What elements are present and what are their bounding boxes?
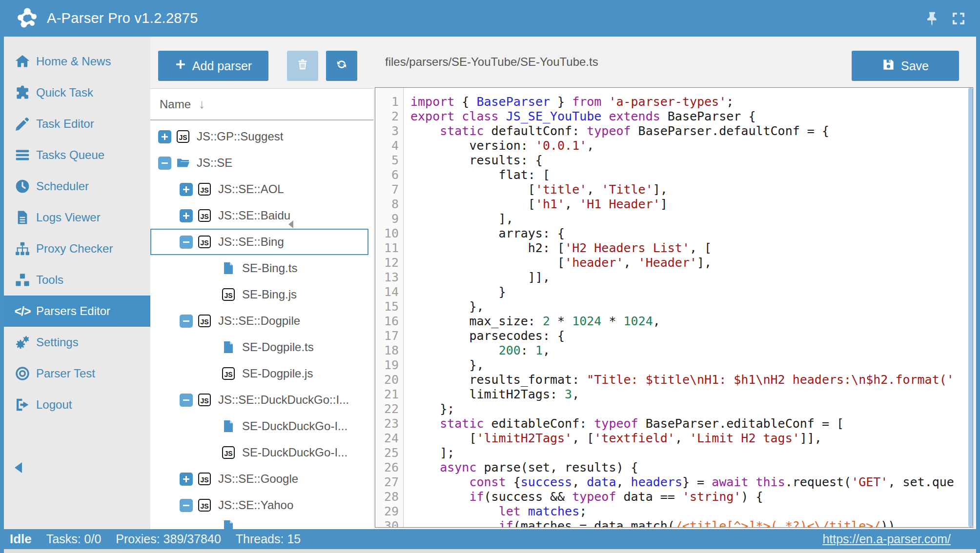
tree-item-label: SE-DuckDuckGo-I... — [242, 446, 347, 459]
line-number: 24 — [375, 431, 403, 446]
tree-row-se-duckduckgo-i[interactable]: SE-DuckDuckGo-I... — [150, 413, 373, 439]
expander-minus-icon[interactable] — [180, 394, 193, 407]
sidebar-item-parser-test[interactable]: Parser Test — [4, 358, 150, 389]
sidebar-item-label: Parser Test — [36, 367, 95, 380]
tree-row-js-se-aol[interactable]: JSJS::SE::AOL — [150, 176, 373, 202]
sidebar-item-parsers-editor[interactable]: </>Parsers Editor — [4, 296, 150, 327]
line-number: 25 — [375, 446, 403, 460]
clock-icon — [14, 178, 31, 195]
refresh-icon — [336, 59, 347, 73]
line-number: 1 — [375, 95, 403, 109]
line-number: 12 — [375, 256, 403, 270]
code-line: parsecodes: { — [410, 329, 973, 343]
status-proxies: Proxies: 389/37840 — [116, 532, 221, 546]
editor-scrollbar[interactable] — [968, 88, 973, 527]
sidebar-item-label: Scheduler — [36, 179, 89, 193]
code-line: version: '0.0.1', — [410, 138, 973, 153]
code-line: 200: 1, — [410, 343, 973, 358]
js-icon: JS — [222, 446, 235, 459]
tree-row-js-se-dogpile[interactable]: JSJS::SE::Dogpile — [150, 308, 373, 334]
expander-minus-icon[interactable] — [158, 157, 171, 170]
gears-icon — [14, 334, 31, 351]
code-line: results: { — [410, 153, 973, 168]
expander-minus-icon[interactable] — [180, 315, 193, 328]
code-line: ['limitH2Tags', ['textfield', 'Limit H2 … — [410, 431, 973, 446]
tree-row-js-se-duckduckgo-i[interactable]: JSJS::SE::DuckDuckGo::I... — [150, 387, 373, 413]
file-path: files/parsers/SE-YouTube/SE-YouTube.ts — [385, 37, 598, 87]
status-tasks: Tasks: 0/0 — [46, 532, 102, 546]
tree-item-label: JS::SE — [197, 156, 232, 170]
code-line: async parse(set, results) { — [410, 460, 973, 475]
tree-row-se-bing-js[interactable]: JSSE-Bing.js — [150, 281, 373, 308]
code-line: flat: [ — [410, 168, 973, 182]
sidebar-item-home-news[interactable]: Home & News — [4, 46, 150, 77]
refresh-button[interactable] — [326, 51, 357, 81]
website-link[interactable]: https://en.a-parser.com/ — [822, 532, 951, 546]
expander-minus-icon[interactable] — [180, 236, 193, 249]
tree-row-se-duckduckgo-i[interactable]: JSSE-DuckDuckGo-I... — [150, 439, 373, 466]
tree-item-label: JS::SE::AOL — [218, 182, 284, 196]
tree-item-label: JS::SE::Bing — [218, 235, 284, 249]
save-icon — [882, 58, 895, 74]
sidebar-item-quick-task[interactable]: Quick Task — [4, 77, 150, 108]
tree-row-js-se-bing[interactable]: JSJS::SE::Bing — [150, 229, 373, 255]
code-line: ], — [410, 212, 973, 226]
line-number: 22 — [375, 402, 403, 416]
home-icon — [14, 53, 31, 70]
expander-plus-icon[interactable] — [180, 473, 193, 486]
line-number: 6 — [375, 168, 403, 182]
panel-collapse-icon[interactable] — [288, 220, 293, 228]
tree-row-se-dogpile-ts[interactable]: SE-Dogpile.ts — [150, 334, 373, 360]
sidebar-item-tasks-queue[interactable]: Tasks Queue — [4, 139, 150, 171]
add-parser-button[interactable]: Add parser — [158, 51, 268, 81]
expander-plus-icon[interactable] — [158, 130, 171, 143]
sidebar-item-label: Tools — [36, 273, 63, 287]
code-line: ]; — [410, 446, 973, 460]
sidebar-item-tools[interactable]: Tools — [4, 264, 150, 296]
code-text-area[interactable]: import { BaseParser } from 'a-parser-typ… — [404, 88, 973, 527]
delete-parser-button[interactable] — [287, 51, 318, 81]
tree-row-js-se[interactable]: JS::SE — [150, 150, 373, 176]
tree-row-item[interactable] — [150, 518, 373, 529]
tree-row-se-bing-ts[interactable]: SE-Bing.ts — [150, 255, 373, 281]
sidebar-item-settings[interactable]: Settings — [4, 327, 150, 358]
add-parser-label: Add parser — [192, 59, 252, 73]
expander-minus-icon[interactable] — [180, 499, 193, 512]
code-line: export class JS_SE_YouTube extends BaseP… — [410, 109, 973, 124]
status-threads: Threads: 15 — [236, 532, 301, 546]
tree-row-js-se-yahoo[interactable]: JSJS::SE::Yahoo — [150, 492, 373, 518]
code-line: ]], — [410, 270, 973, 285]
tree-row-js-gp-suggest[interactable]: JSJS::GP::Suggest — [150, 123, 373, 150]
save-button[interactable]: Save — [852, 51, 959, 81]
sort-desc-icon: ↓ — [199, 97, 205, 112]
line-number: 14 — [375, 285, 403, 299]
fullscreen-icon[interactable] — [951, 11, 966, 26]
app-window: A-Parser Pro v1.2.2875 Home & NewsQuick … — [0, 0, 980, 553]
pin-icon[interactable] — [924, 11, 940, 26]
line-number: 29 — [375, 504, 403, 519]
expander-plus-icon[interactable] — [180, 183, 193, 196]
status-state: Idle — [10, 532, 32, 547]
line-number: 11 — [375, 241, 403, 256]
sidebar-item-task-editor[interactable]: Task Editor — [4, 108, 150, 139]
sidebar-item-scheduler[interactable]: Scheduler — [4, 171, 150, 202]
trash-icon — [297, 59, 308, 73]
parser-tree: JSJS::GP::SuggestJS::SEJSJS::SE::AOLJSJS… — [150, 120, 373, 529]
sidebar-collapse-icon[interactable] — [15, 462, 22, 473]
tree-row-se-dogpile-js[interactable]: JSSE-Dogpile.js — [150, 360, 373, 387]
sidebar-item-logs-viewer[interactable]: Logs Viewer — [4, 202, 150, 233]
name-column-header[interactable]: Name ↓ — [150, 89, 373, 120]
tree-row-js-se-google[interactable]: JSJS::SE::Google — [150, 466, 373, 492]
sidebar-item-proxy-checker[interactable]: Proxy Checker — [4, 233, 150, 264]
expander-plus-icon[interactable] — [180, 209, 193, 222]
target-icon — [14, 365, 31, 382]
js-icon: JS — [222, 367, 235, 380]
code-line: results_format: "Title: $title\nH1: $h1\… — [410, 373, 973, 387]
sidebar-item-label: Parsers Editor — [36, 304, 110, 318]
js-icon: JS — [198, 498, 211, 512]
tree-row-js-se-baidu[interactable]: JSJS::SE::Baidu — [150, 202, 373, 229]
list-icon — [14, 146, 31, 164]
sidebar-item-logout[interactable]: Logout — [4, 389, 150, 420]
tree-item-label: JS::SE::Dogpile — [218, 314, 300, 328]
folder-icon — [176, 156, 190, 170]
